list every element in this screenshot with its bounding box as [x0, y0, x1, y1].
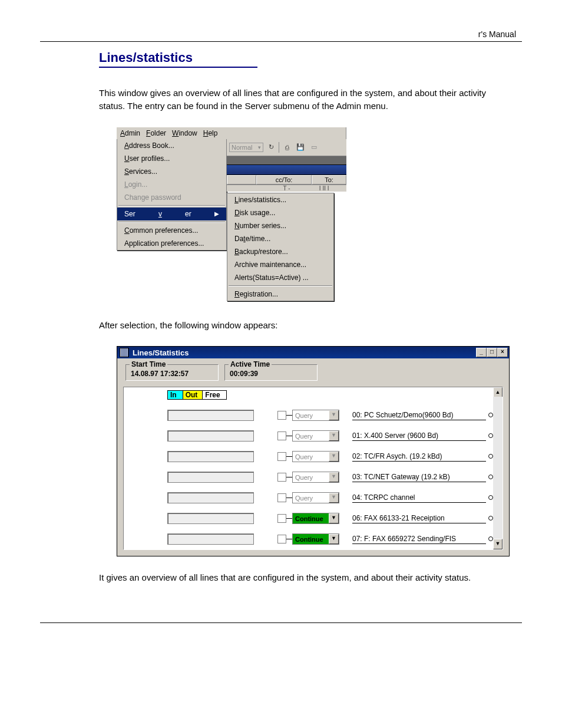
- window-title: Lines/Statistics: [133, 348, 189, 357]
- end-node-icon: [488, 495, 493, 500]
- admin-item-1[interactable]: User profiles...: [117, 152, 226, 165]
- activity-bar: [167, 430, 254, 442]
- line-checkbox[interactable]: [277, 473, 286, 482]
- start-time-label: Start Time: [130, 360, 167, 368]
- refresh-icon[interactable]: ↻: [265, 141, 277, 153]
- start-time-group: Start Time 14.08.97 17:32:57: [125, 364, 219, 381]
- line-row: Query▼03: TC/NET Gateway (19.2 kB): [124, 470, 493, 485]
- vertical-scrollbar[interactable]: ▲ ▼: [493, 387, 503, 549]
- line-checkbox[interactable]: [277, 452, 286, 461]
- admin-item-3: Login...: [117, 178, 226, 191]
- activity-bar: [167, 451, 254, 462]
- lines-statistics-window: Lines/Statistics _ □ × Start Time 14.08.…: [117, 346, 510, 556]
- admin-item-2[interactable]: Services...: [117, 165, 226, 178]
- end-node-icon: [488, 413, 493, 417]
- active-time-label: Active Time: [229, 360, 272, 368]
- legend-in: In: [167, 390, 183, 400]
- mode-label: Query: [295, 433, 313, 440]
- mode-combo[interactable]: Query▼: [292, 430, 339, 442]
- toolbar: Normal ↻ ⎙ 💾 ▭: [227, 139, 346, 156]
- server-item-1[interactable]: Disk usage...: [227, 206, 333, 219]
- mode-combo[interactable]: Continue▼: [292, 533, 339, 545]
- dropdown-icon[interactable]: ▼: [329, 472, 339, 482]
- server-item-7[interactable]: Registration...: [227, 288, 333, 301]
- server-item-3[interactable]: Date/time...: [227, 232, 333, 245]
- active-time-value: 00:09:39: [230, 370, 258, 378]
- menu-folder[interactable]: Folder: [146, 129, 166, 137]
- admin-item-6[interactable]: Common preferences...: [117, 224, 226, 237]
- scroll-track[interactable]: [493, 397, 503, 540]
- dropdown-icon[interactable]: ▼: [329, 431, 339, 441]
- intro-paragraph: This window gives an overview of all lin…: [99, 87, 504, 113]
- col-ccto[interactable]: cc/To:: [256, 175, 312, 185]
- legend-row: In Out Free: [167, 390, 227, 400]
- menu-admin[interactable]: Admin: [120, 129, 140, 137]
- save-icon[interactable]: 💾: [295, 141, 306, 153]
- dropdown-icon[interactable]: ▼: [329, 493, 339, 503]
- end-node-icon: [488, 454, 493, 459]
- activity-bar: [167, 513, 254, 524]
- menu-screenshot: AdminFolderWindowHelp Address Book...Use…: [117, 127, 346, 301]
- mode-label: Query: [295, 474, 313, 481]
- menu-window[interactable]: Window: [172, 129, 197, 137]
- server-item-4[interactable]: Backup/restore...: [227, 245, 333, 258]
- line-label: 04: TCRPC channel: [352, 493, 486, 503]
- section-title: Lines/statistics: [99, 50, 257, 68]
- end-node-icon: [488, 433, 493, 438]
- mode-label: Continue: [295, 515, 323, 522]
- admin-item-5[interactable]: Server▶: [117, 207, 226, 220]
- dropdown-icon[interactable]: ▼: [329, 534, 339, 544]
- tiny-row: T -I II I: [227, 185, 346, 192]
- mode-combo[interactable]: Query▼: [292, 410, 339, 421]
- mode-combo[interactable]: Query▼: [292, 451, 339, 462]
- header-right: r's Manual: [478, 29, 516, 39]
- line-checkbox[interactable]: [277, 411, 286, 420]
- minimize-button[interactable]: _: [476, 348, 487, 357]
- server-item-5[interactable]: Archive maintenance...: [227, 258, 333, 271]
- line-row: Query▼00: PC Schuetz/Demo(9600 Bd): [124, 408, 493, 423]
- priority-combo[interactable]: Normal: [229, 143, 263, 152]
- col-to[interactable]: To:: [312, 175, 346, 185]
- end-node-icon: [488, 475, 493, 479]
- close-button[interactable]: ×: [497, 348, 508, 357]
- doc-icon[interactable]: ▭: [308, 141, 320, 153]
- scroll-down-button[interactable]: ▼: [493, 539, 503, 549]
- line-label: 02: TC/FR Asych. (19.2 kBd): [352, 452, 486, 462]
- dropdown-icon[interactable]: ▼: [329, 452, 339, 462]
- line-checkbox[interactable]: [277, 535, 286, 543]
- app-icon: [120, 348, 129, 357]
- activity-bar: [167, 492, 254, 503]
- line-label: 03: TC/NET Gateway (19.2 kB): [352, 473, 486, 482]
- line-row: Query▼01: X.400 Server (9600 Bd): [124, 429, 493, 443]
- menu-bar: AdminFolderWindowHelp: [117, 127, 346, 139]
- activity-bar: [167, 472, 254, 483]
- line-label: 06: FAX 66133-21 Receiption: [352, 514, 486, 523]
- admin-item-0[interactable]: Address Book...: [117, 139, 226, 152]
- print-icon[interactable]: ⎙: [281, 141, 293, 153]
- maximize-button[interactable]: □: [487, 348, 497, 357]
- line-row: Continue▼07: F: FAX 6659272 Sending/FIS: [124, 532, 493, 546]
- server-item-2[interactable]: Number series...: [227, 219, 333, 232]
- menu-help[interactable]: Help: [203, 129, 218, 137]
- caption: It gives an overview of all lines that a…: [99, 571, 504, 584]
- server-item-0[interactable]: Lines/statistics...: [227, 193, 333, 206]
- legend-out: Out: [183, 390, 203, 400]
- selection-bar: [227, 164, 346, 175]
- mode-combo[interactable]: Query▼: [292, 472, 339, 483]
- admin-menu: Address Book...User profiles...Services.…: [117, 139, 227, 251]
- legend-free: Free: [203, 390, 226, 400]
- mode-label: Query: [295, 412, 313, 419]
- admin-item-7[interactable]: Application preferences...: [117, 237, 226, 250]
- mode-combo[interactable]: Continue▼: [292, 513, 339, 524]
- line-checkbox[interactable]: [277, 514, 286, 523]
- server-item-6[interactable]: Alerts(Status=Active) ...: [227, 271, 333, 284]
- dropdown-icon[interactable]: ▼: [329, 410, 339, 420]
- dropdown-icon[interactable]: ▼: [329, 513, 339, 523]
- line-checkbox[interactable]: [277, 431, 286, 440]
- line-checkbox[interactable]: [277, 493, 286, 502]
- line-label: 00: PC Schuetz/Demo(9600 Bd): [352, 411, 486, 420]
- mode-combo[interactable]: Query▼: [292, 492, 339, 503]
- line-row: Query▼04: TCRPC channel: [124, 490, 493, 505]
- spacer-dark: [227, 156, 346, 164]
- active-time-group: Active Time 00:09:39: [224, 364, 318, 381]
